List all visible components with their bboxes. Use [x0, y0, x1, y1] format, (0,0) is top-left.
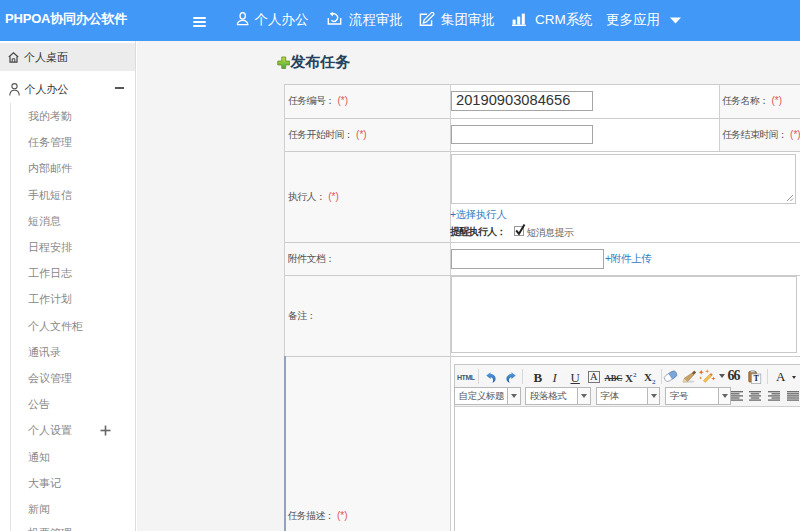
- svg-text:T: T: [754, 374, 760, 383]
